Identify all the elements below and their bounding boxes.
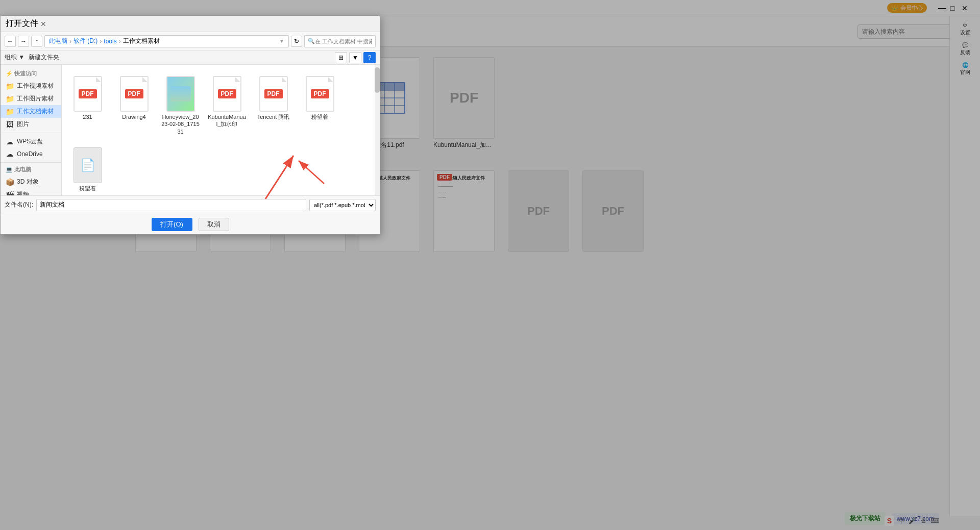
- dialog-close-button[interactable]: ✕: [38, 19, 48, 29]
- file-icon: 📄: [71, 142, 104, 183]
- sidebar-item-label: 工作图片素材: [17, 94, 54, 103]
- nav-refresh-btn[interactable]: ↻: [291, 36, 302, 47]
- file-item-kubuntu[interactable]: PDF KubuntuManual_加水印: [205, 69, 249, 137]
- file-icon: PDF: [118, 71, 151, 112]
- pdf-corner: [96, 77, 101, 82]
- cancel-button[interactable]: 取消: [199, 218, 229, 231]
- nav-back-btn[interactable]: ←: [5, 36, 16, 47]
- open-file-dialog: 打开文件 ✕ ← → ↑ 此电脑 › 软件 (D:) › tools › 工作文…: [0, 15, 380, 235]
- img-icon: [166, 76, 195, 112]
- quick-access-label: ⚡ 快速访问: [1, 69, 61, 80]
- large-icon-view-btn[interactable]: ⊞: [335, 52, 347, 63]
- new-folder-btn[interactable]: 新建文件夹: [29, 53, 59, 62]
- pdf-label: PDF: [264, 89, 283, 98]
- path-computer: 此电脑: [49, 37, 67, 45]
- view-options-btn[interactable]: ▼: [349, 52, 361, 63]
- sidebar-item-label: 工作视频素材: [17, 82, 54, 90]
- onedrive-icon: ☁: [6, 150, 14, 158]
- sidebar-item-video-materials[interactable]: 📁 工作视频素材: [1, 80, 61, 92]
- pdf-label: PDF: [311, 89, 329, 98]
- help-btn[interactable]: ?: [363, 52, 376, 63]
- pdf-label: PDF: [79, 89, 97, 98]
- pdf-icon: PDF: [120, 76, 149, 112]
- file-item-powder1[interactable]: PDF 粉望着: [298, 69, 341, 137]
- pdf-corner: [142, 77, 148, 82]
- sidebar-item-onedrive[interactable]: ☁ OneDrive: [1, 148, 61, 160]
- this-computer-label: 💻 此电脑: [1, 165, 61, 175]
- path-current: 工作文档素材: [123, 37, 160, 45]
- file-icon: [164, 71, 197, 112]
- sidebar-item-video[interactable]: 🎬 视频: [1, 188, 61, 195]
- file-icon: PDF: [304, 71, 336, 112]
- file-name: Tencent 腾讯: [257, 113, 290, 120]
- files-row1: PDF 231 PDF Drawing4: [66, 69, 376, 194]
- pdf-corner: [235, 77, 240, 82]
- gray-file-icon: 📄: [74, 147, 102, 183]
- 3d-icon: 📦: [6, 178, 14, 186]
- file-item-tencent[interactable]: PDF Tencent 腾讯: [252, 69, 295, 137]
- filename-label: 文件名(N):: [5, 200, 33, 209]
- picture-icon: 🖼: [6, 120, 14, 129]
- pdf-icon: PDF: [259, 76, 288, 112]
- pdf-corner: [328, 77, 333, 82]
- sidebar-sep2: [1, 162, 61, 163]
- file-item-powder2[interactable]: 📄 粉望着: [66, 140, 109, 194]
- pdf-icon: PDF: [213, 76, 241, 112]
- sidebar-item-3d[interactable]: 📦 3D 对象: [1, 175, 61, 188]
- nav-up-btn[interactable]: ↑: [31, 36, 42, 47]
- video-icon: 🎬: [6, 191, 14, 196]
- sidebar-item-wps-cloud[interactable]: ☁ WPS云盘: [1, 135, 61, 148]
- file-item-honeyview[interactable]: Honeyview_2023-02-08_171531: [159, 69, 202, 137]
- sidebar-item-label: 工作文档素材: [17, 107, 54, 116]
- pdf-label: PDF: [218, 89, 236, 98]
- sidebar-item-label: 视频: [17, 190, 29, 195]
- scrollbar-track[interactable]: [375, 65, 380, 195]
- search-input[interactable]: [315, 38, 372, 44]
- file-icon: PDF: [211, 71, 243, 112]
- path-sep1: ›: [69, 38, 71, 45]
- sidebar-item-label: 图片: [17, 120, 29, 129]
- dialog-sidebar: ⚡ 快速访问 📁 工作视频素材 📁 工作图片素材 📁 工作文档素材 🖼: [1, 65, 62, 195]
- file-name: Drawing4: [122, 113, 145, 120]
- quick-access-section: ⚡ 快速访问 📁 工作视频素材 📁 工作图片素材 📁 工作文档素材 🖼: [1, 69, 61, 131]
- sidebar-item-doc-materials[interactable]: 📁 工作文档素材: [1, 105, 61, 118]
- path-tools: tools: [104, 38, 116, 45]
- file-icon: PDF: [257, 71, 290, 112]
- folder-icon: 📁: [6, 108, 14, 116]
- pdf-label: PDF: [125, 89, 143, 98]
- filetype-select[interactable]: all(*.pdf *.epub *.mobi *.txt *: [309, 199, 376, 211]
- search-icon: 🔍: [308, 38, 315, 44]
- path-software: 软件 (D:): [74, 37, 97, 45]
- sidebar-item-pictures[interactable]: 🖼 图片: [1, 118, 61, 131]
- path-sep2: ›: [100, 38, 102, 45]
- path-sep3: ›: [119, 38, 121, 45]
- dialog-titlebar: 打开文件 ✕: [1, 16, 380, 32]
- nav-forward-btn[interactable]: →: [18, 36, 29, 47]
- dialog-body: ⚡ 快速访问 📁 工作视频素材 📁 工作图片素材 📁 工作文档素材 🖼: [1, 65, 380, 195]
- open-button[interactable]: 打开(O): [152, 218, 192, 231]
- pdf-corner: [282, 77, 287, 82]
- file-item-231[interactable]: PDF 231: [66, 69, 109, 137]
- dialog-action-buttons: 打开(O) 取消: [1, 214, 380, 234]
- file-name: 粉望着: [79, 185, 96, 192]
- file-icon: PDF: [71, 71, 104, 112]
- dialog-overlay: 打开文件 ✕ ← → ↑ 此电脑 › 软件 (D:) › tools › 工作文…: [0, 0, 980, 530]
- dialog-file-content: PDF 231 PDF Drawing4: [62, 65, 380, 195]
- dialog-footer: 文件名(N): all(*.pdf *.epub *.mobi *.txt *: [1, 195, 380, 214]
- file-name: Honeyview_2023-02-08_171531: [161, 113, 200, 135]
- view-controls: ⊞ ▼ ?: [335, 52, 376, 63]
- sidebar-item-image-materials[interactable]: 📁 工作图片素材: [1, 92, 61, 105]
- file-name: KubuntuManual_加水印: [207, 113, 247, 128]
- path-dropdown-arrow[interactable]: ▼: [279, 38, 284, 44]
- scrollbar-thumb: [375, 67, 380, 93]
- path-bar[interactable]: 此电脑 › 软件 (D:) › tools › 工作文档素材 ▼: [44, 35, 289, 47]
- folder-icon: 📁: [6, 95, 14, 103]
- search-bar: 🔍: [304, 35, 376, 47]
- filename-input[interactable]: [36, 199, 306, 211]
- file-item-drawing4[interactable]: PDF Drawing4: [112, 69, 156, 137]
- organize-btn[interactable]: 组织 ▼: [5, 53, 24, 62]
- file-name: 231: [83, 113, 92, 120]
- img-preview: [170, 86, 191, 102]
- pdf-icon: PDF: [306, 76, 334, 112]
- pdf-icon: PDF: [74, 76, 102, 112]
